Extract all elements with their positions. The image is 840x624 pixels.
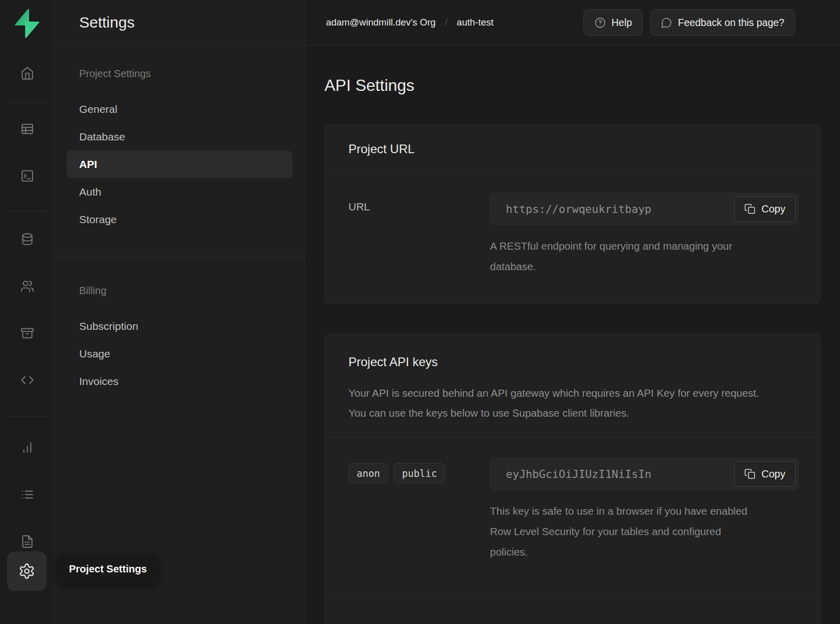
breadcrumb: adam@windmill.dev's Org / auth-test (326, 17, 494, 28)
page-title: API Settings (324, 75, 821, 96)
sidebar-item-usage[interactable]: Usage (67, 340, 292, 368)
project-api-keys-card: Project API keys Your API is secured beh… (324, 333, 821, 624)
reports-chart-icon (20, 441, 34, 454)
home-icon (20, 66, 34, 80)
rail-divider (7, 211, 46, 211)
sidebar-item-auth[interactable]: Auth (67, 178, 292, 206)
api-keys-next-row-clipped (325, 595, 820, 624)
help-button[interactable]: Help (584, 9, 643, 36)
table-editor-icon (20, 122, 34, 136)
copy-key-button[interactable]: Copy (734, 461, 796, 487)
url-row: URL https://orwqeukritbayp Copy A RESTfu… (325, 174, 820, 303)
storage-archive-icon (20, 326, 34, 340)
tooltip-label: Project Settings (69, 563, 147, 575)
url-value-column: https://orwqeukritbayp Copy A RESTful en… (490, 193, 799, 277)
settings-sidebar: Settings Project Settings General Databa… (55, 0, 305, 624)
project-url-card-header: Project URL (325, 125, 820, 174)
rail-reports-button[interactable] (15, 435, 39, 460)
rail-divider (7, 102, 46, 103)
anon-key-row: anon public eyJhbGciOiJIUzI1NiIsIn Copy … (325, 438, 820, 562)
rail-database-button[interactable] (15, 227, 39, 251)
sidebar-divider (55, 256, 305, 256)
help-button-label: Help (612, 17, 632, 29)
sidebar-item-storage[interactable]: Storage (67, 206, 292, 233)
project-settings-tooltip: Project Settings (58, 555, 158, 583)
public-badge: public (394, 463, 446, 484)
key-badges: anon public (348, 458, 490, 562)
copy-icon (744, 468, 756, 479)
settings-gear-icon (18, 563, 35, 580)
rail-sql-editor-button[interactable] (15, 163, 39, 188)
sidebar-item-api[interactable]: API (67, 151, 292, 178)
supabase-logo-icon[interactable] (13, 8, 41, 39)
rail-storage-button[interactable] (15, 321, 39, 345)
sidebar-item-subscription[interactable]: Subscription (67, 313, 292, 340)
rail-api-docs-button[interactable] (15, 529, 39, 554)
main-content: API Settings Project URL URL https://orw… (306, 46, 840, 624)
sidebar-nav: Project Settings General Database API Au… (55, 45, 305, 395)
copy-url-button[interactable]: Copy (734, 196, 796, 222)
sidebar-item-database[interactable]: Database (67, 123, 292, 151)
logs-list-icon (20, 488, 34, 501)
rail-logs-button[interactable] (15, 482, 39, 507)
anon-key-description: This key is safe to use in a browser if … (490, 501, 761, 562)
feedback-button-label: Feedback on this page? (678, 17, 784, 29)
url-row-label: URL (348, 193, 490, 277)
rail-home-button[interactable] (15, 61, 39, 85)
speech-bubble-icon (661, 17, 672, 29)
api-keys-card-header: Project API keys Your API is secured beh… (325, 334, 820, 438)
copy-key-label: Copy (761, 468, 785, 480)
project-url-card-title: Project URL (348, 140, 797, 158)
sidebar-item-invoices[interactable]: Invoices (67, 368, 292, 395)
top-bar: adam@windmill.dev's Org / auth-test Help… (306, 0, 840, 45)
sql-terminal-icon (20, 169, 34, 183)
copy-icon (744, 203, 756, 214)
group-label-billing: Billing (55, 284, 305, 297)
rail-project-settings-button[interactable] (7, 551, 46, 591)
project-url-card: Project URL URL https://orwqeukritbayp C… (324, 124, 821, 304)
api-keys-intro-line2: You can use the keys below to use Supaba… (348, 403, 760, 423)
database-icon (20, 232, 34, 246)
rail-table-editor-button[interactable] (15, 116, 39, 141)
rail-divider (7, 416, 46, 417)
group-label-project-settings: Project Settings (55, 67, 305, 80)
api-keys-card-title: Project API keys (348, 353, 797, 371)
sidebar-title: Settings (55, 0, 305, 45)
api-keys-intro-line1: Your API is secured behind an API gatewa… (348, 383, 760, 403)
rail-functions-button[interactable] (15, 368, 39, 392)
copy-url-label: Copy (761, 203, 785, 215)
icon-rail (0, 0, 54, 624)
feedback-button[interactable]: Feedback on this page? (650, 9, 795, 36)
rail-auth-button[interactable] (15, 274, 39, 298)
sidebar-item-general[interactable]: General (67, 95, 292, 123)
api-docs-file-icon (20, 535, 34, 548)
url-description: A RESTful endpoint for querying and mana… (490, 236, 761, 277)
anon-badge: anon (348, 463, 388, 484)
breadcrumb-separator: / (445, 17, 448, 28)
help-circle-icon (594, 17, 606, 29)
functions-code-icon (20, 373, 34, 387)
breadcrumb-org[interactable]: adam@windmill.dev's Org (326, 17, 436, 28)
breadcrumb-project[interactable]: auth-test (457, 17, 494, 28)
key-value-column: eyJhbGciOiJIUzI1NiIsIn Copy This key is … (490, 458, 799, 562)
auth-users-icon (20, 279, 34, 293)
